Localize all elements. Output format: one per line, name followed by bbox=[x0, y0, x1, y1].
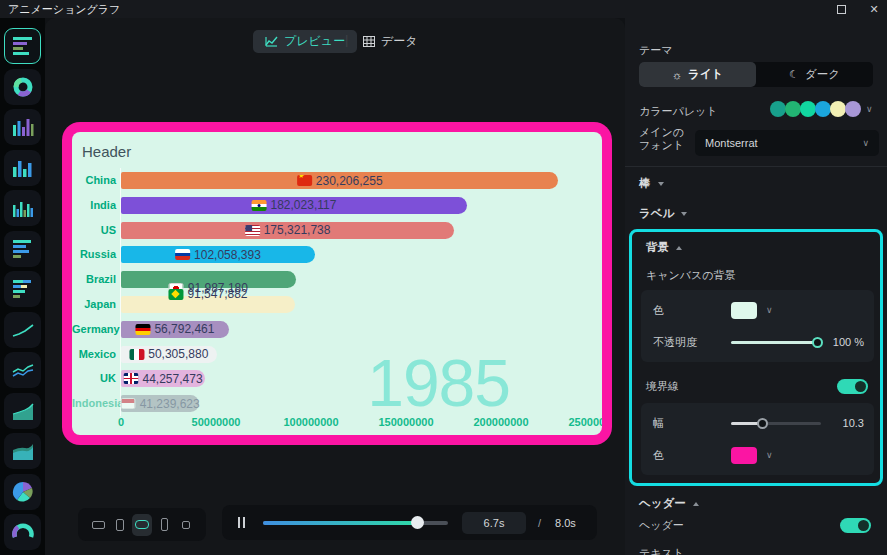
category-label: US bbox=[72, 224, 116, 236]
x-axis-tick: 0 bbox=[118, 416, 124, 428]
category-label: India bbox=[72, 199, 116, 211]
moon-icon: ☾ bbox=[789, 68, 799, 81]
value-bar: 230,206,255 bbox=[121, 172, 558, 189]
close-button[interactable]: ✕ bbox=[867, 3, 881, 16]
sidebar-item-donut-chart[interactable] bbox=[4, 69, 41, 105]
maximize-button[interactable] bbox=[837, 5, 851, 14]
in-flag-icon bbox=[252, 200, 267, 211]
x-axis-tick: 50000000 bbox=[192, 416, 241, 428]
sidebar-item-stacked-bar-chart[interactable] bbox=[4, 271, 41, 307]
ru-flag-icon bbox=[175, 249, 190, 260]
font-dropdown[interactable]: Montserrat ∨ bbox=[695, 130, 879, 156]
bar-value-label: 230,206,255 bbox=[297, 174, 383, 188]
theme-toggle: ☼ ライト ☾ ダーク bbox=[639, 62, 873, 87]
bar-value-label: 50,305,880 bbox=[129, 347, 208, 361]
tab-preview[interactable]: プレビュー bbox=[253, 30, 357, 53]
aspect-option-square[interactable] bbox=[176, 514, 196, 536]
column-chart-2-icon bbox=[12, 158, 34, 178]
timeline-handle[interactable] bbox=[411, 516, 424, 529]
bar-value-label: 102,058,393 bbox=[175, 248, 261, 262]
sidebar-item-area-chart[interactable] bbox=[4, 393, 41, 429]
sidebar-item-line-chart[interactable] bbox=[4, 312, 41, 348]
background-section-highlight: 背景 キャンバスの背景 色 ∨ 不透明度 bbox=[629, 229, 883, 486]
category-label: UK bbox=[72, 372, 116, 384]
canvas-background-card: 色 ∨ 不透明度 100 % bbox=[641, 290, 874, 362]
sidebar-item-bar-chart[interactable] bbox=[4, 231, 41, 267]
x-axis-tick: 100000000 bbox=[283, 416, 338, 428]
cn-flag-icon bbox=[297, 175, 312, 186]
maximize-icon bbox=[837, 5, 846, 14]
chart-canvas: Header China230,206,255India182,023,117U… bbox=[72, 132, 602, 435]
bar-value-label: 41,239,623 bbox=[121, 397, 200, 411]
stacked-area-chart-icon bbox=[12, 441, 34, 461]
chevron-down-icon: ∨ bbox=[766, 450, 773, 460]
chevron-down-icon: ∨ bbox=[766, 305, 773, 315]
value-bar: 91,987,180 bbox=[121, 271, 296, 288]
theme-dark-button[interactable]: ☾ ダーク bbox=[756, 62, 873, 87]
bar-value-label: 44,257,473 bbox=[124, 372, 203, 386]
landscape-rounded-icon bbox=[135, 520, 149, 529]
sun-icon: ☼ bbox=[672, 69, 682, 81]
font-dropdown-value: Montserrat bbox=[705, 137, 857, 149]
app-window: アニメーショングラフ ✕ プレビュー | bbox=[0, 0, 887, 555]
bar-value-label: 56,792,461 bbox=[135, 322, 214, 336]
tab-data[interactable]: データ bbox=[363, 30, 418, 53]
title-bar: アニメーショングラフ ✕ bbox=[0, 0, 887, 18]
multi-line-chart-icon bbox=[12, 360, 34, 380]
aspect-option-landscape-wide[interactable] bbox=[88, 514, 108, 536]
palette-color-swatch bbox=[815, 101, 831, 117]
sidebar-item-stacked-area-chart[interactable] bbox=[4, 433, 41, 469]
aspect-option-portrait-narrow[interactable] bbox=[154, 514, 174, 536]
palette-color-swatch bbox=[785, 101, 801, 117]
gauge-chart-icon bbox=[12, 521, 34, 543]
value-bar: 102,058,393 bbox=[121, 246, 315, 263]
border-color-picker[interactable]: ∨ bbox=[731, 447, 773, 464]
chart-canvas-frame[interactable]: Header China230,206,255India182,023,117U… bbox=[62, 122, 612, 445]
value-bar: 91,547,882 bbox=[121, 296, 295, 313]
settings-panel: テーマ ☼ ライト ☾ ダーク カラーパレット ∨ メインのフォント Monts… bbox=[625, 18, 887, 555]
line-chart-icon bbox=[12, 320, 34, 340]
section-bar[interactable]: 棒 bbox=[639, 176, 664, 191]
chart-row-mexico: Mexico50,305,880 bbox=[72, 346, 602, 363]
canvas-color-picker[interactable]: ∨ bbox=[731, 302, 773, 319]
chart-row-uk: UK44,257,473 bbox=[72, 370, 602, 387]
timeline-slider[interactable] bbox=[263, 516, 448, 530]
theme-light-button[interactable]: ☼ ライト bbox=[639, 62, 756, 87]
table-icon bbox=[363, 36, 375, 47]
view-tabs: プレビュー | データ bbox=[45, 28, 625, 54]
sidebar-item-column-chart[interactable] bbox=[4, 109, 41, 145]
section-label[interactable]: ラベル bbox=[639, 206, 687, 221]
border-toggle[interactable] bbox=[837, 379, 868, 394]
color-palette-picker[interactable]: ∨ bbox=[771, 101, 873, 117]
window-title: アニメーショングラフ bbox=[8, 2, 120, 17]
caret-down-icon bbox=[681, 212, 687, 216]
aspect-option-landscape-rounded[interactable] bbox=[132, 514, 152, 536]
palette-color-swatch bbox=[800, 101, 816, 117]
sidebar-item-pie-chart[interactable] bbox=[4, 474, 41, 510]
border-width-slider[interactable] bbox=[731, 417, 821, 429]
chart-row-china: China230,206,255 bbox=[72, 172, 602, 189]
sidebar-item-column-chart-2[interactable] bbox=[4, 150, 41, 186]
border-color-swatch bbox=[731, 447, 757, 464]
value-bar: 56,792,461 bbox=[121, 321, 229, 338]
palette-color-swatch bbox=[845, 101, 861, 117]
section-header[interactable]: ヘッダー bbox=[639, 496, 699, 511]
chart-row-us: US175,321,738 bbox=[72, 222, 602, 239]
divider bbox=[625, 166, 887, 167]
bar-chart-icon bbox=[12, 239, 34, 259]
landscape-wide-icon bbox=[92, 521, 105, 529]
sidebar-item-bar-race-chart[interactable] bbox=[4, 28, 41, 64]
header-toggle[interactable] bbox=[840, 518, 871, 533]
de-flag-icon bbox=[135, 324, 150, 335]
pause-button[interactable] bbox=[238, 517, 245, 528]
category-label: Indonesia bbox=[72, 397, 116, 409]
sidebar-item-gauge-chart[interactable] bbox=[4, 514, 41, 550]
main-font-label: メインのフォント bbox=[639, 126, 695, 152]
border-label: 境界線 bbox=[646, 379, 679, 394]
sidebar-item-multi-line-chart[interactable] bbox=[4, 352, 41, 388]
aspect-option-portrait[interactable] bbox=[110, 514, 130, 536]
opacity-slider[interactable] bbox=[731, 336, 821, 348]
timeline-fill bbox=[263, 521, 417, 525]
sidebar-item-column-chart-3[interactable] bbox=[4, 190, 41, 226]
section-background[interactable]: 背景 bbox=[646, 240, 682, 255]
